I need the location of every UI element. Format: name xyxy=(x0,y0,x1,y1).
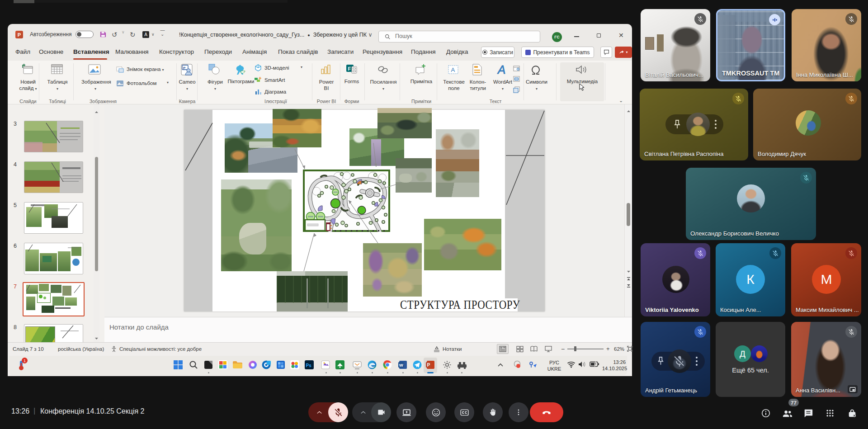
svg-text:W: W xyxy=(399,363,403,368)
svg-text:Ps: Ps xyxy=(306,363,312,368)
svg-text:F: F xyxy=(348,66,351,71)
svg-text:P: P xyxy=(183,66,186,70)
svg-text:А: А xyxy=(451,66,455,73)
svg-text:A: A xyxy=(497,63,505,76)
svg-text:P: P xyxy=(427,363,430,368)
